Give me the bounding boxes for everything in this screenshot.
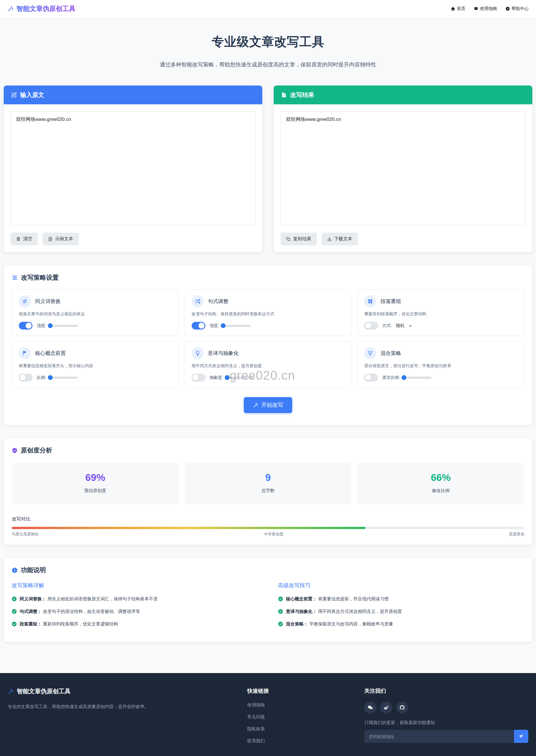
features-section: 功能说明 改写策略详解 同义词替换用含义相近的词语替换原文词汇，保持句子结构基本… bbox=[4, 558, 532, 642]
feature-item: 混合策略平衡保留原文与改写内容，兼顾效率与质量 bbox=[278, 621, 524, 627]
info-icon bbox=[12, 567, 18, 573]
feature-item: 意译与抽象化用不同表达方式传达相同含义，提升原创度 bbox=[278, 609, 524, 615]
paragraph-mode-select[interactable]: 随机 bbox=[396, 323, 412, 328]
sliders-icon bbox=[12, 274, 18, 281]
copy-result-button[interactable]: 复制结果 bbox=[281, 233, 317, 245]
quick-links: 使用指南 常见问题 隐私政策 联系我们 bbox=[247, 702, 364, 744]
core-concept-ratio-slider[interactable] bbox=[50, 377, 78, 379]
navbar: 智能文章伪原创工具 首页 使用指南 ? 帮助中心 bbox=[0, 0, 536, 18]
synonym-strength-slider[interactable] bbox=[50, 325, 78, 327]
footer-description: 专业的文章改写工具，帮助您快速生成高质量原创内容，提升创作效率。 bbox=[8, 703, 247, 710]
footer-link-faq[interactable]: 常见问题 bbox=[247, 714, 265, 719]
copy-icon bbox=[286, 237, 290, 241]
svg-text:?: ? bbox=[507, 7, 508, 10]
magic-wand-icon bbox=[253, 403, 258, 408]
check-circle-icon bbox=[278, 609, 283, 614]
shield-check-icon bbox=[12, 448, 18, 453]
footer-link-contact[interactable]: 联系我们 bbox=[247, 738, 265, 743]
app-title: 智能文章伪原创工具 bbox=[17, 4, 76, 13]
edit-icon bbox=[11, 92, 17, 98]
magic-wand-icon bbox=[7, 6, 14, 12]
features-column-advanced: 高级改写技巧 核心概念前置将重要信息提前，符合现代阅读习惯 意译与抽象化用不同表… bbox=[278, 582, 524, 634]
input-card: 输入原文 双恒网络www.gree020.cn 清空 示例文 bbox=[4, 86, 262, 252]
magic-wand-icon bbox=[8, 688, 14, 695]
email-input[interactable] bbox=[364, 730, 514, 743]
paragraph-toggle[interactable] bbox=[364, 322, 378, 330]
github-icon[interactable] bbox=[396, 702, 408, 713]
originality-progress-bar bbox=[12, 527, 524, 529]
start-rewrite-button[interactable]: 开始改写 bbox=[244, 397, 292, 413]
bulb-icon bbox=[192, 347, 204, 359]
page-title: 专业级文章改写工具 bbox=[0, 34, 536, 50]
core-concept-toggle[interactable] bbox=[19, 374, 32, 381]
strategy-card-hybrid: 混合策略 部分保留原文，部分进行改写，平衡原创与效率 原文比例: bbox=[357, 341, 524, 387]
hybrid-toggle[interactable] bbox=[364, 374, 378, 381]
file-text-icon bbox=[48, 237, 52, 241]
subscribe-send-button[interactable] bbox=[514, 730, 528, 743]
footer-link-guide[interactable]: 使用指南 bbox=[247, 702, 265, 707]
nav-help[interactable]: ? 帮助中心 bbox=[506, 6, 529, 12]
chevron-down-icon bbox=[408, 324, 412, 328]
sentence-strength-slider[interactable] bbox=[223, 325, 251, 327]
strategy-card-sentence: 句式调整 改变句子结构，保持原意的同时变换表达方式 强度: bbox=[184, 289, 352, 336]
original-ratio-slider[interactable] bbox=[404, 377, 431, 379]
result-text-output[interactable]: 双恒网络www.gree020.cn bbox=[281, 111, 525, 225]
quick-links-title: 快速链接 bbox=[247, 687, 364, 695]
branch-icon bbox=[364, 347, 376, 359]
subscribe-text: 订阅我们的更新，获取最新功能通知 bbox=[364, 720, 528, 726]
feature-item: 核心概念前置将重要信息提前，符合现代阅读习惯 bbox=[278, 596, 524, 602]
download-text-button[interactable]: 下载文本 bbox=[321, 233, 358, 245]
originality-scale: 与原文高度相似 中等原创度 高度原创 bbox=[12, 532, 524, 537]
flag-icon bbox=[19, 347, 31, 359]
strategy-card-core-concept: 核心概念前置 将重要信息移至段落开头，突出核心内容 比例: bbox=[12, 341, 179, 387]
check-circle-icon bbox=[12, 596, 17, 601]
abstraction-slider[interactable] bbox=[227, 377, 254, 379]
footer-link-privacy[interactable]: 隐私政策 bbox=[247, 726, 265, 731]
download-icon bbox=[327, 237, 331, 241]
feature-item: 句式调整改变句子的语法结构，如主动变被动、调整语序等 bbox=[12, 609, 258, 615]
input-card-header: 输入原文 bbox=[4, 86, 262, 104]
wechat-icon[interactable] bbox=[364, 702, 376, 713]
sentence-toggle[interactable] bbox=[192, 322, 205, 330]
swap-icon bbox=[19, 295, 31, 307]
stat-originality: 69% 预估原创度 bbox=[12, 463, 179, 504]
feature-item: 同义词替换用含义相近的词语替换原文词汇，保持句子结构基本不变 bbox=[12, 596, 258, 602]
clear-button[interactable]: 清空 bbox=[11, 233, 38, 245]
footer-brand: 智能文章伪原创工具 bbox=[8, 687, 247, 695]
nav-home[interactable]: 首页 bbox=[451, 6, 465, 12]
nav-links: 首页 使用指南 ? 帮助中心 bbox=[451, 6, 529, 12]
source-text-input[interactable]: 双恒网络www.gree020.cn bbox=[11, 111, 255, 225]
feature-item: 段落重组重新排列段落顺序，优化文章逻辑结构 bbox=[12, 621, 258, 627]
result-card-header: 改写结果 bbox=[274, 86, 532, 104]
check-circle-icon bbox=[278, 621, 283, 627]
check-circle-icon bbox=[278, 596, 283, 601]
sample-text-button[interactable]: 示例文本 bbox=[43, 233, 79, 245]
paraphrase-toggle[interactable] bbox=[192, 374, 205, 381]
stat-modified-ratio: 66% 修改比例 bbox=[357, 463, 524, 504]
page-subtitle: 通过多种智能改写策略，帮助您快速生成原创度高的文章，保留原意的同时提升内容独特性 bbox=[0, 61, 536, 68]
weibo-icon[interactable] bbox=[380, 702, 392, 713]
nav-guide[interactable]: 使用指南 bbox=[474, 6, 497, 12]
strategy-section: 改写策略设置 同义词替换 替换文章中的词语为意义相近的表达 强度: bbox=[4, 266, 532, 425]
footer: 智能文章伪原创工具 专业的文章改写工具，帮助您快速生成高质量原创内容，提升创作效… bbox=[0, 673, 536, 756]
book-icon bbox=[474, 7, 478, 11]
check-circle-icon bbox=[12, 621, 17, 627]
strategy-card-synonym: 同义词替换 替换文章中的词语为意义相近的表达 强度: bbox=[12, 289, 179, 336]
hero: 专业级文章改写工具 通过多种智能改写策略，帮助您快速生成原创度高的文章，保留原意… bbox=[0, 18, 536, 86]
features-column-strategies: 改写策略详解 同义词替换用含义相近的词语替换原文词汇，保持句子结构基本不变 句式… bbox=[12, 582, 258, 634]
stat-word-count: 9 总字数 bbox=[184, 463, 352, 504]
synonym-toggle[interactable] bbox=[19, 322, 32, 330]
grid-icon bbox=[364, 295, 376, 307]
analysis-section: 原创度分析 69% 预估原创度 9 总字数 66% 修改比例 改写对比 与原文高… bbox=[4, 438, 532, 545]
file-icon bbox=[281, 92, 287, 98]
strategy-card-paraphrase: 意译与抽象化 用不同方式表达相同含义，提升原创度 抽象度: bbox=[184, 341, 352, 387]
home-icon bbox=[451, 7, 455, 11]
app-logo[interactable]: 智能文章伪原创工具 bbox=[7, 4, 76, 13]
strategy-section-title: 改写策略设置 bbox=[21, 273, 59, 282]
analysis-section-title: 原创度分析 bbox=[21, 446, 52, 455]
shuffle-icon bbox=[192, 295, 204, 307]
send-icon bbox=[519, 734, 524, 739]
check-circle-icon bbox=[12, 609, 17, 614]
trash-icon bbox=[16, 237, 20, 241]
question-icon: ? bbox=[506, 7, 510, 11]
